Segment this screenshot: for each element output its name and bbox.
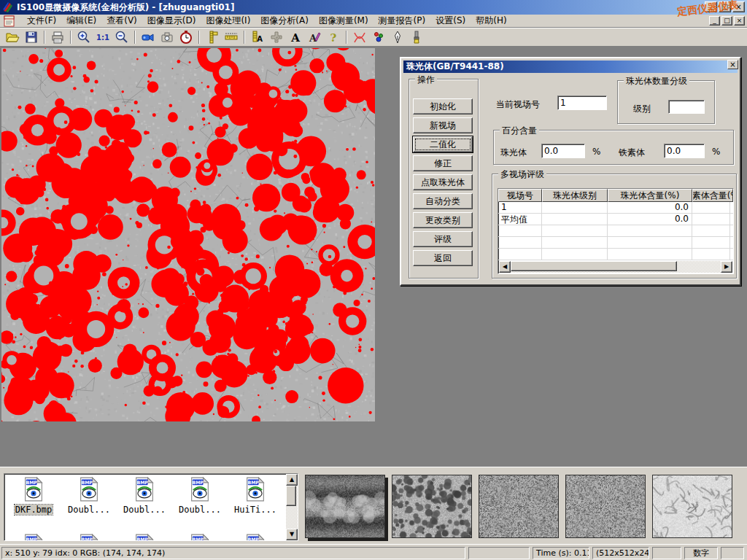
menu-view[interactable]: 查看(V) [101, 14, 142, 28]
annotate-button[interactable]: A [305, 29, 324, 45]
new-field-button[interactable]: 新视场 [413, 117, 473, 133]
text-label-button[interactable]: A [286, 29, 305, 45]
menu-measure-report[interactable]: 测量报告(P) [374, 14, 431, 28]
timer-button[interactable] [177, 29, 196, 45]
menu-image-analysis[interactable]: 图像分析(A) [255, 14, 314, 28]
pearlite-dialog: 珠光体(GB/T9441-88) × 操作 初始化 新视场 二值化 修正 点取珠… [400, 57, 741, 286]
menu-edit[interactable]: 编辑(E) [61, 14, 101, 28]
file-name[interactable]: Doubl... [123, 505, 166, 515]
measure-text-button[interactable]: A [248, 29, 267, 45]
col-field-number[interactable]: 视场号 [498, 189, 542, 202]
scrollbar-thumb[interactable] [511, 261, 677, 271]
current-field-input[interactable] [557, 96, 607, 110]
image-size-status: (512x512x24) [592, 547, 649, 559]
video-camera-icon [141, 30, 155, 44]
file-item[interactable]: BMP [7, 534, 60, 541]
empty-status-panel [721, 547, 744, 559]
mdi-close-button[interactable]: × [734, 16, 745, 26]
file-item[interactable]: BMP Doubl... [63, 477, 115, 515]
cell-level [542, 202, 608, 213]
binarize-button[interactable]: 二值化 [413, 136, 473, 152]
thumbnail-5[interactable] [652, 475, 732, 538]
actual-size-button[interactable]: 1:1 [93, 29, 112, 45]
ruler-button[interactable] [222, 29, 241, 45]
scroll-right-arrow[interactable]: ▶ [721, 261, 732, 273]
file-name[interactable]: DKF.bmp [15, 505, 53, 515]
rating-table-header: 视场号 珠光体级别 珠光体含量(%) 铁素体含量(%) [498, 189, 733, 202]
menu-image-process[interactable]: 图像处理(I) [201, 14, 255, 28]
zoom-out-button[interactable] [112, 29, 131, 45]
scroll-up-arrow[interactable]: ▲ [286, 474, 298, 486]
scroll-left-arrow[interactable]: ◀ [499, 261, 511, 273]
file-item[interactable]: BMP Doubl... [174, 477, 226, 515]
svg-text:A: A [257, 35, 263, 43]
file-item[interactable]: BMP [174, 534, 226, 541]
auto-classify-button[interactable]: 自动分类 [413, 193, 473, 209]
mdi-restore-button[interactable]: □ [721, 16, 732, 26]
merge-button[interactable] [267, 29, 286, 45]
scroll-down-arrow[interactable]: ▼ [286, 529, 298, 540]
status-bar: x: 510 y: 79 idx: 0 RGB: (174, 174, 174)… [0, 544, 747, 560]
menu-settings[interactable]: 设置(S) [430, 14, 471, 28]
file-name[interactable]: Doubl... [178, 505, 222, 515]
grade-button[interactable]: 评级 [413, 231, 473, 247]
print-button[interactable] [48, 29, 67, 45]
thumbnail-3[interactable] [479, 475, 559, 538]
file-item[interactable]: BMP [63, 534, 115, 541]
table-row[interactable]: 1 0.0 [498, 202, 733, 214]
pen-button[interactable] [388, 29, 407, 45]
level-input[interactable] [668, 100, 705, 114]
file-name[interactable]: Doubl... [67, 505, 111, 515]
file-list-scrollbar[interactable]: ▲ ▼ [286, 474, 298, 540]
table-row[interactable]: 平均值 0.0 [498, 214, 733, 225]
file-item[interactable]: BMP Doubl... [118, 477, 171, 515]
percent-group-label: 百分含量 [500, 125, 539, 137]
svg-text:BMP: BMP [136, 537, 148, 541]
pick-pearlite-button[interactable]: 点取珠光体 [413, 174, 473, 190]
ruler-icon [224, 30, 239, 44]
col-pearlite-level[interactable]: 珠光体级别 [542, 189, 608, 202]
mdi-minimize-button[interactable]: _ [709, 16, 720, 26]
caliper-button[interactable] [203, 29, 222, 45]
change-class-button[interactable]: 更改类别 [413, 212, 473, 228]
zoom-in-icon [77, 30, 91, 44]
current-field-label: 当前视场号 [496, 98, 540, 111]
initialize-button[interactable]: 初始化 [413, 98, 473, 114]
toolbar-separator [244, 31, 245, 44]
file-item[interactable]: BMP [118, 534, 171, 541]
menu-image-display[interactable]: 图像显示(D) [142, 14, 201, 28]
open-button[interactable] [3, 29, 22, 45]
cell-ferrite [692, 202, 730, 213]
classify-points-button[interactable] [369, 29, 388, 45]
video-capture-button[interactable] [139, 29, 158, 45]
col-ferrite-content[interactable]: 铁素体含量(%) [692, 189, 733, 202]
dialog-close-button[interactable]: × [727, 60, 738, 69]
file-item[interactable]: BMP DKF.bmp [7, 477, 60, 515]
pearlite-percent-input[interactable] [541, 144, 585, 158]
file-item[interactable]: BMP HuiTi... [229, 477, 282, 515]
scrollbar-track[interactable] [511, 261, 721, 273]
metallographic-image[interactable] [1, 48, 375, 421]
scrollbar-track[interactable] [286, 486, 298, 529]
thumbnail-1[interactable] [305, 475, 385, 538]
brush-button[interactable] [407, 29, 426, 45]
col-pearlite-content[interactable]: 珠光体含量(%) [608, 189, 692, 202]
curve-split-button[interactable] [350, 29, 369, 45]
snapshot-button[interactable] [158, 29, 177, 45]
correct-button[interactable]: 修正 [413, 155, 473, 171]
menu-image-measure[interactable]: 图像测量(M) [314, 14, 374, 28]
ferrite-percent-input[interactable] [664, 144, 705, 158]
thumbnail-2[interactable] [392, 475, 472, 538]
menu-file[interactable]: 文件(F) [22, 14, 61, 28]
return-button[interactable]: 返回 [413, 250, 473, 266]
scrollbar-thumb[interactable] [286, 486, 296, 506]
zoom-in-button[interactable] [74, 29, 93, 45]
dialog-title-bar[interactable]: 珠光体(GB/T9441-88) [403, 61, 738, 73]
thumbnail-4[interactable] [565, 475, 646, 538]
help-button[interactable]: ? [324, 29, 343, 45]
save-button[interactable] [22, 29, 41, 45]
menu-help[interactable]: 帮助(H) [471, 14, 511, 28]
file-item[interactable]: BMP [229, 534, 282, 541]
file-name[interactable]: HuiTi... [233, 505, 277, 515]
table-horizontal-scrollbar[interactable]: ◀ ▶ [499, 261, 732, 273]
